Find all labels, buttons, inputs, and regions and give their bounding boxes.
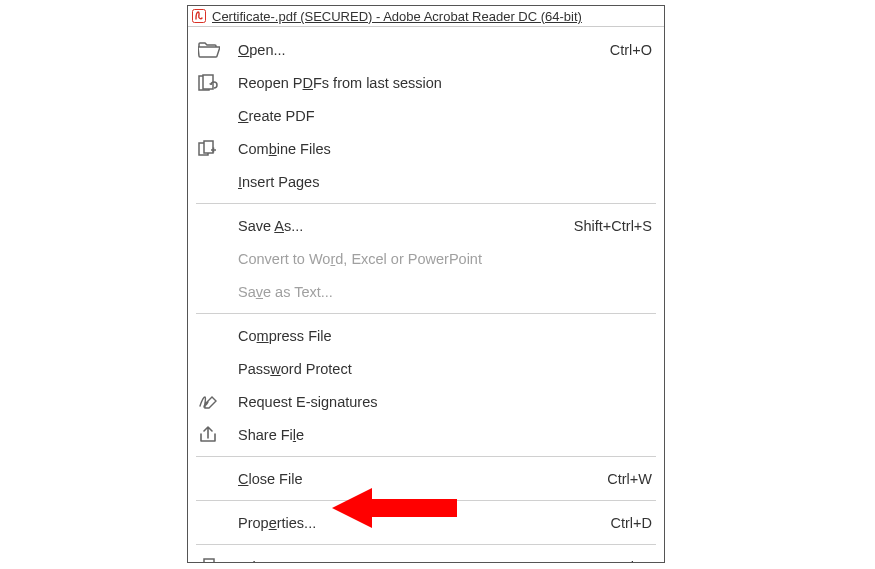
window-title: Certificate-.pdf (SECURED) - Adobe Acrob…: [212, 9, 582, 24]
reopen-icon: [198, 74, 238, 92]
menu-print-label: Print...: [238, 559, 601, 563]
menu-convert: Convert to Word, Excel or PowerPoint: [188, 242, 664, 275]
menu-print-shortcut: Ctrl+P: [601, 559, 652, 563]
menu-separator: [196, 500, 656, 501]
menu-request-esignatures-label: Request E-signatures: [238, 394, 642, 410]
menu-save-as-text: Save as Text...: [188, 275, 664, 308]
menu-properties[interactable]: Properties... Ctrl+D: [188, 506, 664, 539]
menu-password-protect[interactable]: Password Protect: [188, 352, 664, 385]
share-icon: [198, 426, 238, 444]
menu-save-as[interactable]: Save As... Shift+Ctrl+S: [188, 209, 664, 242]
menu-properties-label: Properties...: [238, 515, 601, 531]
menu-print[interactable]: Print... Ctrl+P: [188, 550, 664, 562]
menu-separator: [196, 203, 656, 204]
menu-compress-file[interactable]: Compress File: [188, 319, 664, 352]
menu-close-file[interactable]: Close File Ctrl+W: [188, 462, 664, 495]
file-menu: Open... Ctrl+O Reopen PDFs from last ses…: [188, 27, 664, 562]
menu-combine-files-label: Combine Files: [238, 141, 642, 157]
menu-open[interactable]: Open... Ctrl+O: [188, 33, 664, 66]
menu-save-as-label: Save As...: [238, 218, 564, 234]
menu-share-file[interactable]: Share File: [188, 418, 664, 451]
menu-compress-file-label: Compress File: [238, 328, 642, 344]
menu-create-pdf[interactable]: Create PDF: [188, 99, 664, 132]
window-titlebar: Certificate-.pdf (SECURED) - Adobe Acrob…: [188, 6, 664, 27]
menu-share-file-label: Share File: [238, 427, 642, 443]
menu-save-as-shortcut: Shift+Ctrl+S: [564, 218, 652, 234]
menu-insert-pages-label: Insert Pages: [238, 174, 642, 190]
menu-combine-files[interactable]: Combine Files: [188, 132, 664, 165]
menu-insert-pages[interactable]: Insert Pages: [188, 165, 664, 198]
combine-files-icon: [198, 139, 238, 159]
menu-separator: [196, 456, 656, 457]
menu-separator: [196, 313, 656, 314]
acrobat-logo-icon: [192, 9, 206, 23]
svg-rect-5: [204, 559, 214, 563]
svg-rect-4: [204, 141, 213, 153]
menu-save-as-text-label: Save as Text...: [238, 284, 642, 300]
menu-create-pdf-label: Create PDF: [238, 108, 642, 124]
menu-password-protect-label: Password Protect: [238, 361, 642, 377]
menu-close-file-shortcut: Ctrl+W: [597, 471, 652, 487]
folder-open-icon: [198, 41, 238, 59]
menu-open-label: Open...: [238, 42, 600, 58]
menu-reopen[interactable]: Reopen PDFs from last session: [188, 66, 664, 99]
menu-reopen-label: Reopen PDFs from last session: [238, 75, 642, 91]
menu-properties-shortcut: Ctrl+D: [601, 515, 653, 531]
signature-icon: [198, 393, 238, 411]
print-icon: [198, 558, 238, 563]
menu-open-shortcut: Ctrl+O: [600, 42, 652, 58]
file-menu-window: Certificate-.pdf (SECURED) - Adobe Acrob…: [187, 5, 665, 563]
menu-close-file-label: Close File: [238, 471, 597, 487]
menu-separator: [196, 544, 656, 545]
menu-request-esignatures[interactable]: Request E-signatures: [188, 385, 664, 418]
menu-convert-label: Convert to Word, Excel or PowerPoint: [238, 251, 642, 267]
